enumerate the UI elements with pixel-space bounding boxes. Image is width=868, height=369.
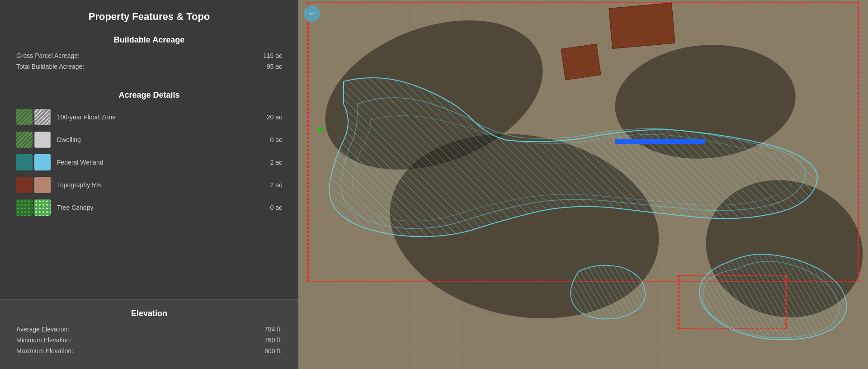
swatch-flood-green — [16, 109, 33, 125]
legend-topo — [16, 177, 51, 193]
swatch-wetland-dark — [16, 154, 33, 170]
feature-value-flood: 20 ac — [255, 114, 282, 121]
legend-dwelling — [16, 132, 51, 148]
min-elevation-label: Minimum Elevation: — [16, 336, 71, 344]
feature-name-flood: 100-year Flood Zone — [57, 114, 255, 121]
feature-row-tree: Tree Canopy 0 ac — [14, 199, 284, 216]
min-elevation-value: 760 ft. — [264, 336, 282, 344]
building-top — [609, 3, 675, 49]
swatch-dwelling-white — [34, 132, 51, 148]
legend-tree — [16, 199, 51, 216]
min-elevation-row: Minimum Elevation: 760 ft. — [14, 336, 284, 344]
feature-name-topo: Topography 5% — [57, 181, 255, 189]
swatch-flood-white — [34, 109, 51, 125]
panel-title: Property Features & Topo — [14, 11, 284, 23]
avg-elevation-label: Average Elevation: — [16, 326, 69, 333]
feature-row-dwelling: Dwelling 0 ac — [14, 132, 284, 148]
back-arrow-icon: ← — [308, 9, 316, 19]
feature-value-tree: 0 ac — [255, 204, 282, 211]
feature-value-dwelling: 0 ac — [255, 136, 282, 143]
swatch-topo-dark — [16, 177, 33, 193]
feature-name-tree: Tree Canopy — [57, 204, 255, 211]
building-left — [561, 44, 601, 80]
back-button[interactable]: ← — [304, 5, 320, 22]
total-buildable-value: 95 ac — [267, 63, 282, 70]
feature-value-topo: 2 ac — [255, 181, 282, 189]
feature-name-dwelling: Dwelling — [57, 136, 255, 143]
scale-bar — [615, 139, 705, 144]
total-buildable-label: Total Buildable Acreage: — [16, 63, 84, 70]
swatch-topo-light — [34, 177, 51, 193]
feature-row-topo: Topography 5% 2 ac — [14, 177, 284, 193]
elevation-section: Elevation Average Elevation: 784 ft. Min… — [0, 299, 298, 369]
map-area[interactable]: ← — [298, 0, 868, 369]
gross-parcel-row: Gross Parcel Acreage: 116 ac — [14, 52, 284, 59]
divider-1 — [14, 82, 284, 82]
elevation-title: Elevation — [14, 309, 284, 318]
gross-parcel-value: 116 ac — [263, 52, 282, 59]
max-elevation-value: 800 ft. — [264, 347, 282, 355]
max-elevation-row: Maximum Elevation: 800 ft. — [14, 347, 284, 355]
feature-value-wetland: 2 ac — [255, 159, 282, 166]
total-buildable-row: Total Buildable Acreage: 95 ac — [14, 63, 284, 70]
feature-name-wetland: Federal Wetland — [57, 159, 255, 166]
max-elevation-label: Maximum Elevation: — [16, 347, 73, 355]
legend-flood — [16, 109, 51, 125]
buildable-acreage-title: Buildable Acreage — [14, 35, 284, 45]
avg-elevation-value: 784 ft. — [264, 326, 282, 333]
avg-elevation-row: Average Elevation: 784 ft. — [14, 326, 284, 333]
swatch-tree-light — [34, 199, 51, 216]
feature-row-wetland: Federal Wetland 2 ac — [14, 154, 284, 170]
feature-row-flood: 100-year Flood Zone 20 ac — [14, 109, 284, 125]
left-panel: Property Features & Topo Buildable Acrea… — [0, 0, 298, 369]
swatch-tree-dark — [16, 199, 33, 216]
gross-parcel-label: Gross Parcel Acreage: — [16, 52, 80, 59]
acreage-details-list: 100-year Flood Zone 20 ac Dwelling 0 ac … — [14, 109, 284, 222]
swatch-wetland-light — [34, 154, 51, 170]
swatch-dwelling-green — [16, 132, 33, 148]
acreage-details-title: Acreage Details — [14, 90, 284, 100]
legend-wetland — [16, 154, 51, 170]
